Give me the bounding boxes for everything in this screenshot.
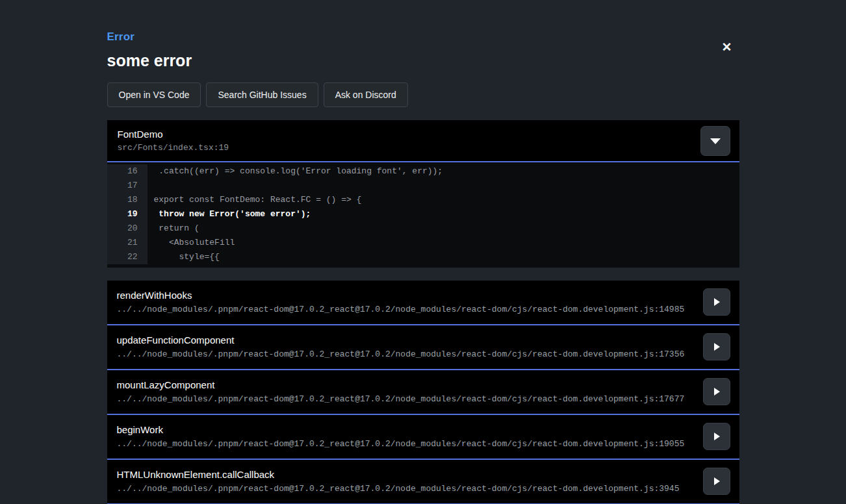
action-button-label: Ask on Discord [335,90,396,100]
line-number: 21 [107,236,147,250]
open-stack-frame-button[interactable] [703,423,730,450]
stack-frame-function-name: mountLazyComponent [117,379,694,391]
stack-frame-row: updateFunctionComponent ../../node_modul… [107,325,739,370]
stack-frame-location: ../../node_modules/.pnpm/react-dom@17.0.… [117,349,694,360]
code-text: style={{ [147,250,739,264]
open-stack-frame-button[interactable] [703,378,730,405]
code-line: 22 style={{ [107,250,739,264]
line-number: 17 [107,179,147,193]
action-button[interactable]: Search GitHub Issues [206,82,318,107]
code-frame-function-name: FontDemo [118,129,729,140]
open-stack-frame-button[interactable] [703,333,730,360]
code-line: 16 .catch((err) => console.log('Error lo… [107,164,739,179]
stack-frame-function-name: renderWithHooks [117,290,694,301]
action-buttons-row: Open in VS Code Search GitHub Issues Ask… [107,82,739,107]
code-line: 18 export const FontDemo: React.FC = () … [107,193,739,207]
action-button[interactable]: Open in VS Code [107,82,201,107]
play-icon [714,298,720,306]
open-stack-frame-button[interactable] [703,468,730,495]
code-text: <AbsoluteFill [147,236,739,250]
play-icon [714,477,720,485]
stack-frame-location: ../../node_modules/.pnpm/react-dom@17.0.… [117,439,694,449]
error-message: some error [107,51,739,70]
code-frame-panel: FontDemo src/Fonts/index.tsx:19 16 .catc… [107,120,739,268]
code-text: export const FontDemo: React.FC = () => … [147,193,739,207]
code-text [147,179,739,193]
open-stack-frame-button[interactable] [703,288,730,316]
stack-frame-row: HTMLUnknownElement.callCallback ../../no… [107,460,739,504]
action-button[interactable]: Ask on Discord [324,82,408,107]
stack-frame-row: beginWork ../../node_modules/.pnpm/react… [107,415,739,460]
stack-frame-location: ../../node_modules/.pnpm/react-dom@17.0.… [117,305,694,315]
line-number: 16 [107,164,147,179]
code-line: 21 <AbsoluteFill [107,236,739,250]
code-line: 19 throw new Error('some error'); [107,207,739,221]
stack-frame-function-name: HTMLUnknownElement.callCallback [117,469,694,481]
stack-frame-row: mountLazyComponent ../../node_modules/.p… [107,370,739,415]
play-icon [714,388,720,396]
stack-frame-function-name: beginWork [117,424,694,436]
close-button[interactable]: ✕ [719,39,736,56]
action-button-label: Open in VS Code [119,90,190,100]
code-line: 17 [107,179,739,193]
error-type-label: Error [107,31,739,44]
code-snippet: 16 .catch((err) => console.log('Error lo… [107,162,739,268]
code-text: throw new Error('some error'); [147,207,739,221]
close-icon: ✕ [722,40,732,54]
error-overlay: ✕ Error some error Open in VS Code Searc… [107,0,739,504]
chevron-down-icon [710,138,721,144]
stack-frame-function-name: updateFunctionComponent [117,334,694,346]
collapse-code-frame-button[interactable] [700,126,730,156]
code-text: return ( [147,221,739,236]
code-frame-location: src/Fonts/index.tsx:19 [118,143,729,153]
play-icon [714,433,720,440]
stack-frame-location: ../../node_modules/.pnpm/react-dom@17.0.… [117,394,694,405]
stack-trace-list: renderWithHooks ../../node_modules/.pnpm… [107,281,739,504]
code-text: .catch((err) => console.log('Error loadi… [147,164,739,179]
action-button-label: Search GitHub Issues [218,90,306,100]
line-number: 20 [107,221,147,236]
stack-frame-row: renderWithHooks ../../node_modules/.pnpm… [107,281,739,325]
play-icon [714,343,720,351]
line-number: 22 [107,250,147,264]
code-line: 20 return ( [107,221,739,236]
line-number: 19 [107,207,147,221]
stack-frame-location: ../../node_modules/.pnpm/react-dom@17.0.… [117,484,694,494]
code-frame-header: FontDemo src/Fonts/index.tsx:19 [107,120,739,162]
line-number: 18 [107,193,147,207]
